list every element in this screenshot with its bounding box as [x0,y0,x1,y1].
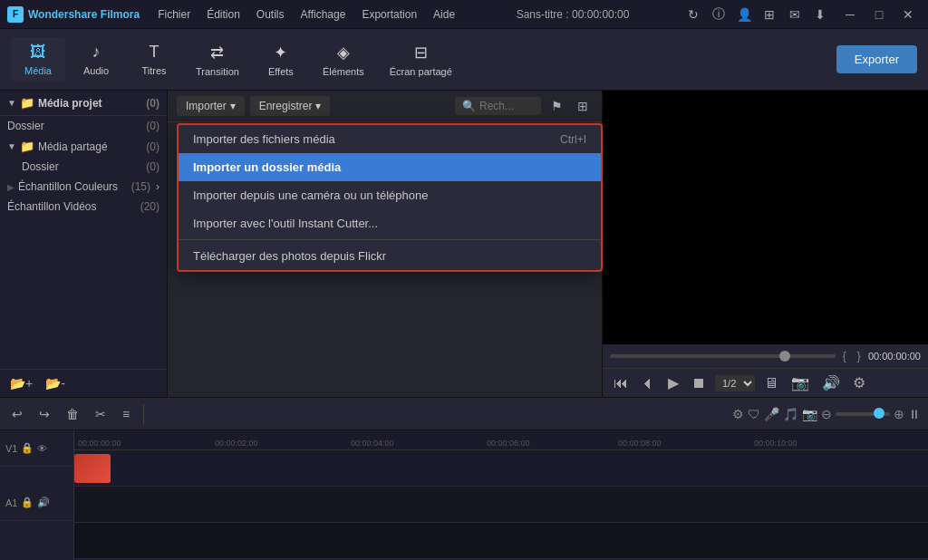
left-panel: ▼ 📁 Média projet (0) Dossier (0) ▼ 📁 Méd… [0,91,168,397]
enregistrer-button[interactable]: Enregistrer ▾ [250,96,331,116]
enregistrer-dropdown-arrow[interactable]: ▾ [315,100,321,112]
window-controls: ─ □ ✕ [837,5,921,24]
seekbar-thumb[interactable] [779,351,790,362]
menu-exportation[interactable]: Exportation [354,5,424,24]
mic-icon[interactable]: 🎤 [764,407,779,421]
video-clip[interactable] [74,454,111,483]
minimize-button[interactable]: ─ [837,5,863,24]
skip-back-icon[interactable]: ⏮ [610,373,632,393]
menu-aide[interactable]: Aide [426,5,462,24]
media-project-header: ▼ 📁 Média projet (0) [0,91,167,116]
download-icon[interactable]: ⬇ [810,5,830,24]
filter-icon[interactable]: ⚑ [546,97,567,115]
add-folder-icon[interactable]: 📂+ [7,373,35,393]
ruler-bar: 00:00:00:00 00:00:02:00 00:00:04:00 00:0… [74,430,928,450]
redo-icon[interactable]: ↪ [34,404,54,424]
track-a1-num: A1 [5,497,17,508]
titlebar: F Wondershare Filmora Fichier Édition Ou… [0,0,928,29]
account-icon[interactable]: 👤 [734,5,754,24]
settings-timeline-icon[interactable]: ⚙ [732,407,744,421]
undo-icon[interactable]: ↩ [7,404,27,424]
screen-icon[interactable]: 🖥 [760,373,782,393]
camera-icon[interactable]: 📷 [802,407,817,421]
ecran-partage-tab[interactable]: ⊟ Écran partagé [379,37,463,82]
export-button[interactable]: Exporter [836,45,917,73]
lock-a1-icon[interactable]: 🔒 [21,497,34,508]
track-header-a1: A1 🔒 🔊 [0,485,73,521]
effets-tab[interactable]: ✦ Effets [254,37,308,82]
ruler-0: 00:00:00:00 [78,439,121,448]
info-icon[interactable]: ⓘ [709,5,729,24]
bracket-right-icon[interactable]: } [854,348,865,364]
shield-icon[interactable]: 🛡 [748,407,760,421]
echantillon-videos-item[interactable]: Échantillon Vidéos (20) [0,197,167,217]
remove-icon[interactable]: 📂- [43,373,68,393]
zoom-out-icon[interactable]: ⊖ [821,407,832,421]
zoom-slider[interactable] [836,412,890,416]
volume-a1-icon[interactable]: 🔊 [37,497,50,508]
stop-icon[interactable]: ⏹ [688,373,710,393]
pause-icon[interactable]: ⏸ [908,407,921,421]
board-icon[interactable]: ⊞ [759,5,779,24]
menu-bar: Fichier Édition Outils Affichage Exporta… [150,5,462,24]
toolbar-divider [143,404,144,424]
bracket-left-icon[interactable]: { [839,348,850,364]
transition-tab[interactable]: ⇄ Transition [185,37,250,82]
menu-affichage[interactable]: Affichage [294,5,353,24]
titres-tab[interactable]: T Titres [127,37,181,82]
grid-icon[interactable]: ⊞ [573,97,593,115]
settings-preview-icon[interactable]: ⚙ [849,372,869,393]
project-count: (0) [146,97,160,110]
zoom-in-icon[interactable]: ⊕ [894,407,904,421]
audio-adjust-icon[interactable]: ≡ [118,404,134,424]
elements-tab[interactable]: ◈ Éléments [312,37,375,82]
echantillon-videos-count: (20) [140,200,160,213]
app-name: Wondershare Filmora [28,8,140,21]
email-icon[interactable]: ✉ [785,5,805,24]
import-dossier-item[interactable]: Importer un dossier média [179,153,601,181]
maximize-button[interactable]: □ [866,5,892,24]
import-flickr-label: Télécharger des photos depuis Flickr [193,249,386,263]
search-input[interactable] [479,100,534,112]
audio-icon[interactable]: 🎵 [783,407,798,421]
ecran-icon: ⊟ [414,43,428,63]
speed-select[interactable]: 1/2 1/4 1 [715,375,755,391]
frame-back-icon[interactable]: ⏴ [637,373,659,393]
menu-edition[interactable]: Édition [199,5,247,24]
tracks-header: V1 🔒 👁 A1 🔒 🔊 [0,430,74,560]
import-fichiers-item[interactable]: Importer des fichiers média Ctrl+I [179,125,601,153]
eye-icon[interactable]: 👁 [37,443,47,454]
menu-outils[interactable]: Outils [249,5,292,24]
import-instant-cutter-label: Importer avec l'outil Instant Cutter... [193,217,378,230]
collapse-arrow[interactable]: ▼ [7,98,16,108]
snapshot-icon[interactable]: 📷 [788,372,813,393]
import-camera-item[interactable]: Importer depuis une caméra ou un télépho… [179,181,601,209]
preview-controls-row: ⏮ ⏴ ▶ ⏹ 1/2 1/4 1 🖥 📷 🔊 ⚙ [603,368,928,397]
media-icon: 🖼 [30,43,46,62]
import-instant-cutter-item[interactable]: Importer avec l'outil Instant Cutter... [179,209,601,237]
titres-label: Titres [141,65,166,76]
play-icon[interactable]: ▶ [664,372,682,393]
import-dossier-label: Importer un dossier média [193,160,341,174]
menu-fichier[interactable]: Fichier [150,5,198,24]
dossier-count-1: (0) [146,120,160,132]
close-button[interactable]: ✕ [895,5,921,24]
media-partage-item[interactable]: ▼ 📁 Média partagé (0) [0,136,167,157]
delete-icon[interactable]: 🗑 [62,404,83,424]
effets-icon: ✦ [274,43,287,63]
dossier-item-2[interactable]: Dossier (0) [0,157,167,177]
import-flickr-item[interactable]: Télécharger des photos depuis Flickr [179,242,601,270]
echantillon-couleurs-item[interactable]: ▶ Échantillon Couleurs (15) › [0,177,167,197]
audio-tab[interactable]: ♪ Audio [69,37,123,82]
cut-icon[interactable]: ✂ [91,404,111,424]
timeline-ruler: 00:00:00:00 00:00:02:00 00:00:04:00 00:0… [74,430,928,560]
import-dropdown-arrow[interactable]: ▾ [230,100,236,112]
update-icon[interactable]: ↻ [683,5,703,24]
import-button[interactable]: Importer ▾ [177,96,245,116]
zoom-thumb[interactable] [874,408,884,419]
media-tab[interactable]: 🖼 Média [11,37,65,82]
lock-icon[interactable]: 🔒 [21,442,34,454]
volume-icon[interactable]: 🔊 [818,372,844,393]
dossier-item-1[interactable]: Dossier (0) [0,116,167,136]
preview-seekbar[interactable] [610,354,836,358]
